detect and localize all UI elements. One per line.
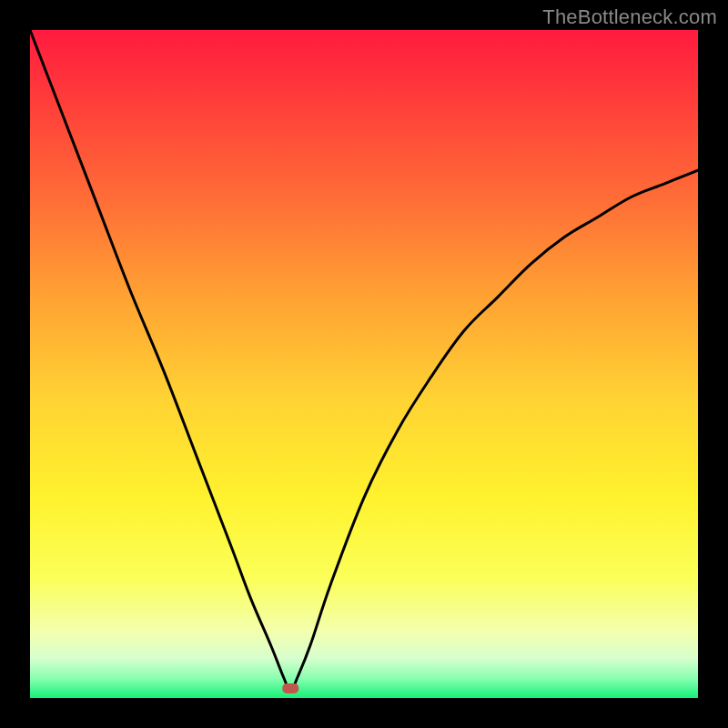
watermark-text: TheBottleneck.com bbox=[542, 5, 717, 29]
chart-svg bbox=[30, 30, 698, 698]
plot-area bbox=[30, 30, 698, 698]
gradient-background bbox=[30, 30, 698, 698]
minimum-marker bbox=[282, 683, 298, 693]
chart-frame: TheBottleneck.com bbox=[0, 0, 728, 728]
